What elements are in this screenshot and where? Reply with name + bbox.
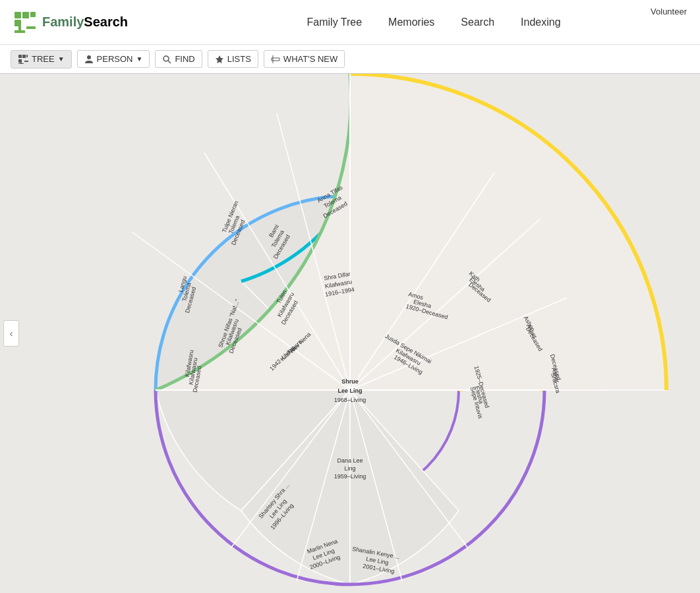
svg-rect-8 [22,55,26,58]
tree-dropdown-arrow: ▼ [58,55,65,63]
svg-rect-4 [15,30,25,33]
label-dana: Dana Lee [337,457,363,464]
svg-text:1968–Living: 1968–Living [334,397,366,403]
svg-marker-17 [216,55,223,63]
svg-line-16 [168,61,171,63]
sub-navigation: TREE ▼ PERSON ▼ FIND LISTS WHAT'S NEW [0,45,700,74]
main-content: ‹ [0,74,700,593]
svg-rect-13 [24,61,28,62]
tree-button[interactable]: TREE ▼ [11,50,72,69]
svg-rect-0 [15,12,21,18]
person-dropdown-arrow: ▼ [136,55,142,63]
whats-new-button[interactable]: WHAT'S NEW [264,50,345,68]
center-person-name[interactable]: Shrue [341,378,359,385]
svg-rect-5 [30,12,36,17]
nav-search[interactable]: Search [461,16,494,28]
lists-icon [215,55,224,64]
person-button[interactable]: PERSON ▼ [77,50,150,68]
whats-new-button-label: WHAT'S NEW [283,54,337,64]
logo-icon [13,11,37,34]
fan-chart[interactable]: Shrue Lee Ling 1968–Living Rev Nena Kila… [0,74,700,593]
find-button-label: FIND [175,54,194,64]
svg-point-14 [87,55,91,59]
svg-rect-11 [18,63,24,64]
svg-rect-12 [26,55,28,57]
nav-family-tree[interactable]: Family Tree [307,16,363,28]
logo[interactable]: FamilySearch [13,11,128,34]
lists-button[interactable]: LISTS [208,50,258,68]
svg-rect-2 [15,20,21,26]
svg-text:Ling: Ling [344,465,355,472]
lists-button-label: LISTS [227,54,251,64]
person-icon [84,55,94,64]
volunteer-label: Volunteer [651,7,687,16]
new-icon [271,55,280,64]
left-arrow-button[interactable]: ‹ [3,320,19,347]
top-navigation: FamilySearch Family Tree Memories Search… [0,0,700,45]
tree-icon [18,54,28,65]
svg-point-15 [163,56,169,61]
svg-text:1959–Living: 1959–Living [334,473,366,480]
logo-text: FamilySearch [42,14,128,30]
person-button-label: PERSON [97,54,133,64]
find-icon [162,55,171,64]
find-button[interactable]: FIND [155,50,202,68]
nav-memories[interactable]: Memories [388,16,434,28]
svg-rect-7 [18,55,22,58]
main-nav: Family Tree Memories Search Indexing [181,16,687,28]
svg-text:Lee Ling: Lee Ling [337,387,362,394]
tree-button-label: TREE [32,54,55,64]
svg-rect-1 [22,12,29,18]
nav-indexing[interactable]: Indexing [521,16,561,28]
svg-rect-6 [26,26,36,29]
